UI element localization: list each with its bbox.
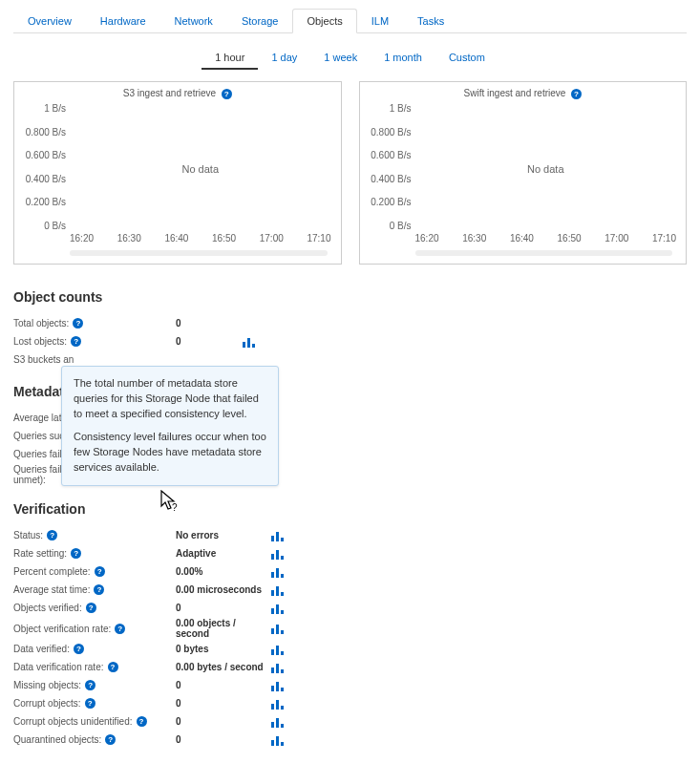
time-1hour[interactable]: 1 hour <box>202 47 258 70</box>
chart-title: S3 ingest and retrieve <box>123 88 216 98</box>
time-1month[interactable]: 1 month <box>371 47 435 70</box>
chart-icon[interactable] <box>271 548 285 560</box>
chart-icon[interactable] <box>271 698 285 710</box>
chart-icon[interactable] <box>243 336 256 348</box>
metric-row: Status: ?No errors <box>13 526 687 544</box>
chart-plot: No data <box>70 107 331 231</box>
tab-storage[interactable]: Storage <box>227 9 293 33</box>
metric-row: Corrupt objects unidentified: ?0 <box>13 712 687 731</box>
no-data-label: No data <box>181 163 219 175</box>
help-icon[interactable]: ? <box>94 584 104 595</box>
time-1day[interactable]: 1 day <box>258 47 310 70</box>
help-icon[interactable]: ? <box>115 624 125 634</box>
tab-network[interactable]: Network <box>160 9 227 33</box>
chart-icon[interactable] <box>271 662 285 673</box>
chart-icon[interactable] <box>271 566 285 578</box>
section-title-verification: Verification <box>13 501 687 517</box>
chart-title: Swift ingest and retrieve <box>464 88 566 98</box>
help-icon[interactable]: ? <box>71 336 81 347</box>
tab-hardware[interactable]: Hardware <box>86 9 160 33</box>
help-tooltip: The total number of metadata store queri… <box>61 366 279 486</box>
help-icon[interactable]: ? <box>222 89 232 99</box>
metric-row: Corrupt objects: ?0 <box>13 694 687 712</box>
chart-icon[interactable] <box>271 623 285 634</box>
chart-s3: S3 ingest and retrieve ? 1 B/s 0.800 B/s… <box>13 81 342 265</box>
verification-table: Status: ?No errorsRate setting: ?Adaptiv… <box>13 526 687 749</box>
metric-row: Objects verified: ?0 <box>13 599 687 617</box>
help-icon[interactable]: ? <box>47 530 57 540</box>
time-custom[interactable]: Custom <box>435 47 498 70</box>
x-axis: 16:20 16:30 16:40 16:50 17:00 17:10 <box>415 233 677 246</box>
help-icon[interactable]: ? <box>86 603 96 613</box>
no-data-label: No data <box>527 163 564 175</box>
metric-lost-objects: Lost objects: ? 0 <box>13 332 687 350</box>
help-icon[interactable]: ? <box>571 89 582 99</box>
help-icon[interactable]: ? <box>85 680 95 690</box>
help-icon[interactable]: ? <box>108 662 118 672</box>
metric-row: Percent complete: ?0.00% <box>13 562 687 581</box>
help-icon[interactable]: ? <box>71 548 81 559</box>
chart-icon[interactable] <box>271 530 285 541</box>
tab-tasks[interactable]: Tasks <box>403 9 458 33</box>
time-range-tabs: 1 hour 1 day 1 week 1 month Custom <box>13 47 687 70</box>
time-1week[interactable]: 1 week <box>310 47 371 70</box>
help-icon[interactable]: ? <box>137 716 147 727</box>
chart-swift: Swift ingest and retrieve ? 1 B/s 0.800 … <box>359 81 688 265</box>
section-title-object-counts: Object counts <box>13 289 687 305</box>
chart-icon[interactable] <box>271 603 285 614</box>
chart-plot: No data <box>415 107 677 231</box>
help-icon[interactable]: ? <box>95 566 105 577</box>
metric-row: Average stat time: ?0.00 microseconds <box>13 581 687 599</box>
chart-icon[interactable] <box>271 680 285 691</box>
y-axis: 1 B/s 0.800 B/s 0.600 B/s 0.400 B/s 0.20… <box>24 103 70 231</box>
tab-objects[interactable]: Objects <box>292 9 356 33</box>
help-icon[interactable]: ? <box>85 698 95 709</box>
metric-row: Data verification rate: ?0.00 bytes / se… <box>13 658 687 676</box>
charts-row: S3 ingest and retrieve ? 1 B/s 0.800 B/s… <box>13 81 687 265</box>
help-icon[interactable]: ? <box>105 734 116 745</box>
chart-icon[interactable] <box>271 644 285 655</box>
help-icon[interactable]: ? <box>73 318 83 329</box>
metric-row: Data verified: ?0 bytes <box>13 640 687 658</box>
metric-row: Quarantined objects: ?0 <box>13 731 687 749</box>
chart-icon[interactable] <box>271 734 285 746</box>
tab-ilm[interactable]: ILM <box>357 9 403 33</box>
help-icon[interactable]: ? <box>74 644 84 654</box>
chart-icon[interactable] <box>271 584 285 596</box>
metric-row: Missing objects: ?0 <box>13 676 687 694</box>
object-counts-table: Total objects: ? 0 Lost objects: ? 0 S3 … <box>13 314 687 369</box>
metric-row: Object verification rate: ?0.00 objects … <box>13 617 687 640</box>
x-axis: 16:20 16:30 16:40 16:50 17:00 17:10 <box>70 233 331 246</box>
chart-scroll[interactable] <box>70 250 328 256</box>
tab-overview[interactable]: Overview <box>13 9 86 33</box>
y-axis: 1 B/s 0.800 B/s 0.600 B/s 0.400 B/s 0.20… <box>370 103 415 231</box>
chart-scroll[interactable] <box>415 250 673 256</box>
chart-icon[interactable] <box>271 716 285 728</box>
metric-row: Rate setting: ?Adaptive <box>13 544 687 562</box>
main-tabs: Overview Hardware Network Storage Object… <box>13 8 687 33</box>
metric-total-objects: Total objects: ? 0 <box>13 314 687 332</box>
